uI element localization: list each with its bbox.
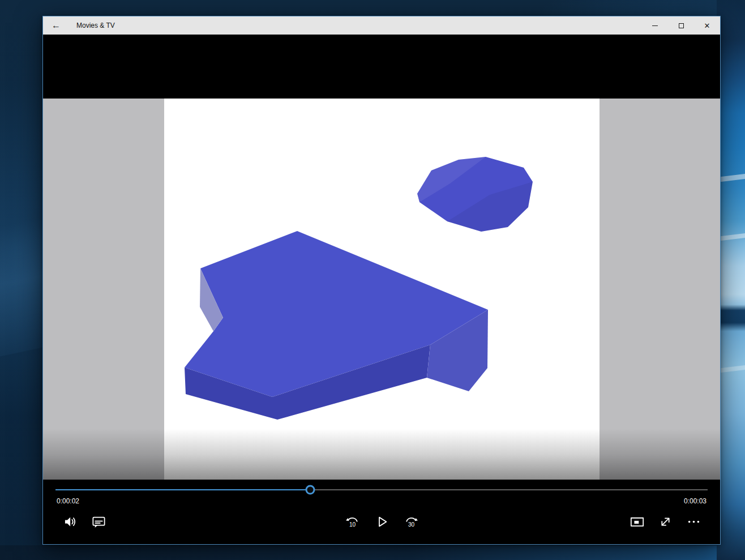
fullscreen-icon: [658, 514, 673, 529]
skip-back-button[interactable]: 10: [339, 508, 366, 535]
seek-bar-played: [55, 489, 310, 490]
fullscreen-button[interactable]: [652, 508, 679, 535]
desktop-wallpaper: { "window": { "title": "Movies & TV", "b…: [0, 0, 745, 560]
window-title: Movies & TV: [76, 22, 115, 29]
video-frame[interactable]: [43, 99, 720, 481]
wallpaper-bottom-strip: [0, 545, 745, 560]
back-icon: ←: [52, 20, 61, 31]
play-icon: [374, 514, 389, 529]
playback-controls: 0:00:02 0:00:03: [43, 480, 720, 544]
app-window: ← Movies & TV ✕: [42, 16, 721, 545]
seek-bar[interactable]: [55, 485, 708, 495]
pillarbox-right: [600, 99, 720, 481]
video-content: [164, 99, 600, 481]
svg-text:10: 10: [349, 521, 356, 527]
more-options-button[interactable]: [680, 508, 707, 535]
closed-captions-icon: [91, 514, 106, 529]
seek-thumb[interactable]: [306, 485, 315, 495]
volume-button[interactable]: [57, 508, 84, 535]
window-caption-controls: ✕: [642, 16, 720, 35]
elapsed-time: 0:00:02: [57, 497, 79, 505]
mini-view-icon: [630, 514, 645, 529]
volume-icon: [63, 514, 78, 529]
svg-text:30: 30: [408, 521, 414, 527]
back-button[interactable]: ←: [43, 16, 69, 35]
more-options-icon: [686, 514, 701, 529]
skip-back-10-icon: 10: [345, 514, 360, 529]
minimize-button[interactable]: [642, 16, 668, 35]
skip-forward-30-icon: 30: [404, 514, 419, 529]
maximize-button[interactable]: [668, 16, 694, 35]
video-stage[interactable]: 0:00:02 0:00:03: [43, 35, 720, 544]
mini-view-button[interactable]: [623, 508, 650, 535]
pillarbox-left: [43, 99, 164, 481]
captions-button[interactable]: [85, 508, 112, 535]
video-screen: [164, 99, 600, 481]
wallpaper-right-beams: [717, 0, 745, 560]
close-icon: ✕: [704, 22, 710, 29]
maximize-icon: [679, 23, 684, 28]
minimize-icon: [652, 25, 658, 26]
skip-forward-button[interactable]: 30: [397, 508, 425, 535]
titlebar: ← Movies & TV ✕: [43, 16, 720, 35]
close-button[interactable]: ✕: [694, 16, 720, 35]
play-button[interactable]: [368, 508, 395, 535]
remaining-time: 0:00:03: [684, 497, 707, 505]
